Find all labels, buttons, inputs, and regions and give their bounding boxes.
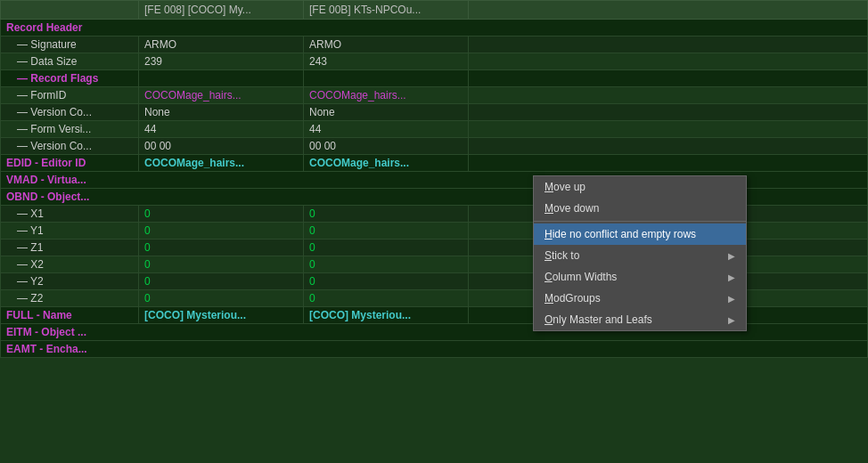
- value-1: ARMO: [139, 37, 304, 53]
- value-2: 0: [304, 273, 469, 290]
- value-2: 0: [304, 206, 469, 223]
- section-v2: [COCO] Mysteriou...: [304, 307, 469, 324]
- ctx-label: Column Widths: [545, 271, 617, 283]
- section-label: EAMT - Encha...: [1, 341, 868, 358]
- section-label: EDID - Editor ID: [1, 155, 139, 172]
- ctx-item-column-widths[interactable]: Column Widths▶: [534, 266, 746, 288]
- header-field: [1, 1, 139, 20]
- section-label: Record Header: [1, 20, 868, 37]
- ctx-label: Move down: [545, 202, 599, 215]
- ctx-item-hide-no-conflict-and-empty-rows[interactable]: Hide no conflict and empty rows: [534, 223, 746, 245]
- ctx-item-only-master-and-leafs[interactable]: Only Master and Leafs▶: [534, 309, 746, 330]
- ctx-label: Stick to: [545, 249, 579, 262]
- section-v2: COCOMage_hairs...: [304, 155, 469, 172]
- section-v1: [COCO] Mysteriou...: [139, 307, 304, 324]
- ctx-separator: [534, 221, 746, 222]
- value-2: 243: [304, 53, 469, 70]
- ctx-item-stick-to[interactable]: Stick to▶: [534, 245, 746, 266]
- ctx-label: Only Master and Leafs: [545, 313, 652, 326]
- value-1: 0: [139, 290, 304, 307]
- table-header: [FE 008] [COCO] My... [FE 00B] KTs-NPCOu…: [1, 1, 868, 20]
- value-2: COCOMage_hairs...: [304, 87, 469, 104]
- field-label: — Form Versi...: [1, 121, 139, 138]
- field-label: — Y2: [1, 273, 139, 290]
- ctx-item-move-down[interactable]: Move down: [534, 198, 746, 219]
- value-2: 0: [304, 223, 469, 240]
- header-mod2: [FE 00B] KTs-NPCOu...: [304, 1, 469, 20]
- field-label: — X1: [1, 206, 139, 223]
- context-menu: Move upMove downHide no conflict and emp…: [533, 175, 747, 331]
- value-1: 0: [139, 273, 304, 290]
- ctx-arrow: ▶: [728, 251, 735, 261]
- value-1: 0: [139, 256, 304, 273]
- ctx-arrow: ▶: [728, 294, 735, 304]
- field-label: — X2: [1, 256, 139, 273]
- value-1: 239: [139, 53, 304, 70]
- field-label: — Data Size: [1, 53, 139, 70]
- value-2: 0: [304, 290, 469, 307]
- subsection-label: — Record Flags: [1, 70, 139, 87]
- ctx-label: Hide no conflict and empty rows: [545, 228, 696, 240]
- field-label: — Signature: [1, 37, 139, 53]
- value-2: 0: [304, 256, 469, 273]
- ctx-label: ModGroups: [545, 292, 601, 305]
- value-1: 44: [139, 121, 304, 138]
- value-1: 0: [139, 206, 304, 223]
- value-1: 0: [139, 240, 304, 256]
- ctx-label: Move up: [545, 181, 585, 193]
- value-2: 0: [304, 240, 469, 256]
- value-1: 00 00: [139, 138, 304, 155]
- field-label: — Version Co...: [1, 104, 139, 121]
- field-label: — FormID: [1, 87, 139, 104]
- value-1: None: [139, 104, 304, 121]
- field-label: — Z1: [1, 240, 139, 256]
- header-rest: [469, 1, 868, 20]
- value-2: None: [304, 104, 469, 121]
- section-v1: COCOMage_hairs...: [139, 155, 304, 172]
- ctx-item-move-up[interactable]: Move up: [534, 176, 746, 198]
- ctx-item-modgroups[interactable]: ModGroups▶: [534, 288, 746, 309]
- value-2: 00 00: [304, 138, 469, 155]
- value-1: 0: [139, 223, 304, 240]
- value-1: COCOMage_hairs...: [139, 87, 304, 104]
- field-label: — Version Co...: [1, 138, 139, 155]
- section-label: FULL - Name: [1, 307, 139, 324]
- ctx-arrow: ▶: [728, 315, 735, 325]
- ctx-arrow: ▶: [728, 272, 735, 282]
- field-label: — Z2: [1, 290, 139, 307]
- field-label: — Y1: [1, 223, 139, 240]
- header-mod1: [FE 008] [COCO] My...: [139, 1, 304, 20]
- value-2: 44: [304, 121, 469, 138]
- value-2: ARMO: [304, 37, 469, 53]
